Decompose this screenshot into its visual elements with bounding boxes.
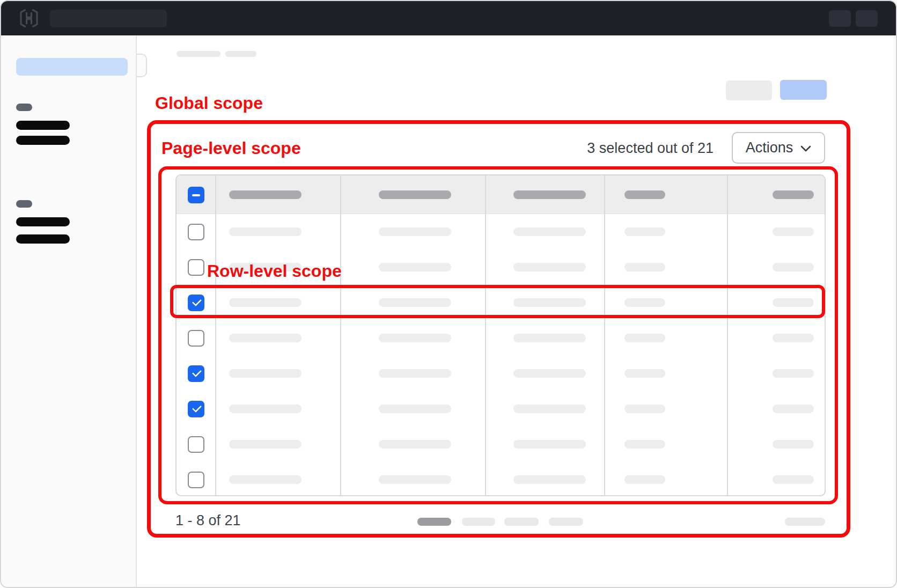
row-checkbox[interactable] <box>188 436 204 453</box>
cell-skeleton <box>229 227 302 236</box>
sidebar-active-item-skeleton[interactable] <box>16 58 128 76</box>
cell-skeleton <box>229 440 302 449</box>
pagination-range: 1 - 8 of 21 <box>175 512 241 529</box>
select-all-checkbox[interactable] <box>188 187 204 203</box>
app-window: Global scope Page-level scope Row-level … <box>0 0 897 588</box>
cell-skeleton <box>624 475 665 484</box>
breadcrumb-segment-skeleton[interactable] <box>177 51 220 57</box>
sidebar-group-label-skeleton <box>16 200 32 208</box>
sidebar-collapse-handle[interactable] <box>136 54 147 77</box>
selection-summary: 3 selected out of 21 <box>587 140 714 157</box>
table-row[interactable] <box>177 427 825 462</box>
nav-action-skeleton-2[interactable] <box>856 10 878 27</box>
cell-skeleton <box>379 298 451 307</box>
sidebar <box>1 35 137 588</box>
global-scope-label: Global scope <box>155 93 263 113</box>
cell-skeleton <box>379 227 451 236</box>
pagination-page-size-skeleton[interactable] <box>785 518 825 526</box>
secondary-button-skeleton[interactable] <box>726 80 772 100</box>
row-scope-label: Row-level scope <box>207 261 342 281</box>
row-checkbox[interactable] <box>188 330 204 347</box>
table-row[interactable] <box>177 462 825 496</box>
cell-skeleton <box>624 334 665 342</box>
column-header-skeleton <box>624 190 665 199</box>
table-row[interactable] <box>177 320 825 356</box>
column-header-skeleton <box>379 190 451 199</box>
column-header-skeleton <box>229 190 302 199</box>
cell-skeleton <box>379 405 451 413</box>
cell-skeleton <box>379 440 451 449</box>
cell-skeleton <box>624 227 665 236</box>
pagination-control-skeleton[interactable] <box>504 518 539 526</box>
cell-skeleton <box>513 227 586 236</box>
row-checkbox[interactable] <box>188 259 204 276</box>
page-scope-label: Page-level scope <box>161 138 301 158</box>
cell-skeleton <box>773 369 814 378</box>
cell-skeleton <box>229 298 302 307</box>
nav-action-skeleton-1[interactable] <box>829 10 851 27</box>
cell-skeleton <box>513 369 586 378</box>
selection-table <box>175 174 826 496</box>
cell-skeleton <box>624 369 665 378</box>
sidebar-item-skeleton[interactable] <box>16 136 70 145</box>
sidebar-item-skeleton[interactable] <box>16 121 70 130</box>
cell-skeleton <box>513 440 586 449</box>
top-navbar <box>1 1 896 35</box>
primary-button-skeleton[interactable] <box>780 80 827 100</box>
cell-skeleton <box>513 298 586 307</box>
cell-skeleton <box>513 263 586 271</box>
row-checkbox[interactable] <box>188 365 204 382</box>
pagination-control-skeleton[interactable] <box>462 518 495 526</box>
cell-skeleton <box>624 440 665 449</box>
row-checkbox[interactable] <box>188 472 204 488</box>
table-row[interactable] <box>177 214 825 249</box>
cell-skeleton <box>773 405 814 413</box>
pagination-control-skeleton[interactable] <box>417 518 451 526</box>
breadcrumb-segment-skeleton[interactable] <box>225 51 256 57</box>
cell-skeleton <box>773 475 814 484</box>
table-row[interactable] <box>177 391 825 427</box>
sidebar-item-skeleton[interactable] <box>16 234 70 244</box>
cell-skeleton <box>513 475 586 484</box>
cell-skeleton <box>624 263 665 271</box>
cell-skeleton <box>773 227 814 236</box>
cell-skeleton <box>773 334 814 342</box>
table-row[interactable] <box>177 285 825 320</box>
cell-skeleton <box>773 440 814 449</box>
cell-skeleton <box>773 298 814 307</box>
table-row[interactable] <box>177 356 825 391</box>
global-search-skeleton[interactable] <box>50 10 167 27</box>
cell-skeleton <box>513 334 586 342</box>
row-checkbox[interactable] <box>188 295 204 311</box>
cell-skeleton <box>773 263 814 271</box>
actions-button-label: Actions <box>746 139 793 156</box>
cell-skeleton <box>624 298 665 307</box>
cell-skeleton <box>379 334 451 342</box>
row-checkbox[interactable] <box>188 401 204 417</box>
row-checkbox[interactable] <box>188 224 204 240</box>
sidebar-item-skeleton[interactable] <box>16 217 70 226</box>
pagination-control-skeleton[interactable] <box>549 518 583 526</box>
actions-dropdown-button[interactable]: Actions <box>732 132 825 164</box>
cell-skeleton <box>513 405 586 413</box>
cell-skeleton <box>229 334 302 342</box>
chevron-down-icon <box>800 145 811 152</box>
cell-skeleton <box>624 405 665 413</box>
column-header-skeleton <box>513 190 586 199</box>
cell-skeleton <box>379 475 451 484</box>
cell-skeleton <box>229 405 302 413</box>
hashicorp-logo <box>19 8 39 28</box>
cell-skeleton <box>379 263 451 271</box>
cell-skeleton <box>229 369 302 378</box>
column-header-skeleton <box>773 190 814 199</box>
cell-skeleton <box>379 369 451 378</box>
cell-skeleton <box>229 475 302 484</box>
sidebar-group-label-skeleton <box>16 104 32 111</box>
